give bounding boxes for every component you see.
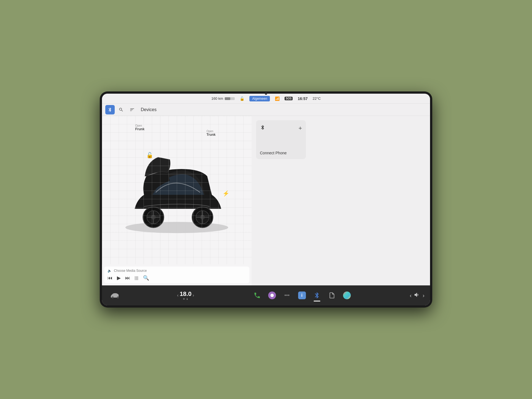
taskbar: ‹ 18.0 ❄ 🌡 › [102,285,430,305]
bluetooth-icon [260,124,265,132]
queue-button[interactable]: ||| [135,276,139,280]
camera-button[interactable] [265,289,279,302]
car-view: Open Frunk Open Trunk 🔓 ⚡ [102,116,252,264]
status-bar: 160 km 🔓 Algemeen 📶 SOS 16:57 22°C [102,94,430,104]
connect-phone-label: Connect Phone [260,151,287,155]
bluetooth-taskbar-button[interactable] [310,289,324,302]
info-button[interactable]: i [295,289,309,302]
charge-indicator: ⚡ [222,190,229,197]
temp-increase-button[interactable]: › [193,293,194,298]
volume-right-arrow[interactable]: › [423,292,424,299]
taskbar-center: ••• i [250,289,354,302]
search-media-button[interactable]: 🔍 [143,275,149,281]
wifi-icon: 📶 [275,96,280,101]
devices-label: Devices [141,107,157,112]
camera-dot [265,93,267,95]
battery-fill [225,97,230,100]
range-text: 160 km [211,96,223,101]
search-button[interactable] [116,105,126,114]
main-content: Open Frunk Open Trunk 🔓 ⚡ [102,116,430,285]
media-player: 🔈 Choose Media Source ⏮ ▶ ⏭ ||| 🔍 [104,267,249,283]
next-button[interactable]: ⏭ [125,275,130,281]
lock-state-indicator: 🔓 [146,152,153,158]
prev-button[interactable]: ⏮ [108,275,112,281]
battery-bar [225,97,235,100]
main-screen: 160 km 🔓 Algemeen 📶 SOS 16:57 22°C [102,94,430,305]
more-apps-button[interactable]: ••• [280,289,294,302]
connect-phone-card[interactable]: + Connect Phone [256,120,306,159]
bluetooth-toolbar: Devices [102,104,430,116]
temperature-control: ‹ 18.0 ❄ 🌡 › [177,290,194,300]
car-panel: Open Frunk Open Trunk 🔓 ⚡ [102,116,252,285]
time-display: 16:57 [298,96,308,101]
range-display: 160 km [211,96,235,101]
ambient-temp: 22°C [313,96,321,101]
svg-point-13 [112,296,114,298]
taskbar-right: ‹ › [410,291,424,300]
media-source-label[interactable]: Choose Media Source [114,269,147,273]
car-button[interactable] [108,289,121,302]
trunk-label: Open Trunk [206,130,216,137]
sos-badge: SOS [285,97,293,100]
temp-mode-icons: ❄ 🌡 [180,298,191,300]
card-top-row: + [260,124,302,132]
volume-button[interactable] [414,291,420,300]
notes-button[interactable] [325,289,339,302]
temp-value: 18.0 [180,290,191,297]
volume-left-arrow[interactable]: ‹ [410,292,412,299]
media-source-row: 🔈 Choose Media Source [108,269,246,273]
temp-decrease-button[interactable]: ‹ [177,293,178,298]
filter-button[interactable] [127,105,137,114]
lock-icon: 🔓 [240,96,244,101]
devices-panel: + Connect Phone [252,116,430,285]
apps-button[interactable] [340,289,354,302]
play-button[interactable]: ▶ [117,275,121,281]
screen-bezel: 160 km 🔓 Algemeen 📶 SOS 16:57 22°C [100,91,432,308]
speaker-icon: 🔈 [108,269,112,273]
bluetooth-toggle-button[interactable] [105,105,115,114]
add-device-icon: + [298,125,302,132]
media-controls: ⏮ ▶ ⏭ ||| 🔍 [108,275,246,281]
profile-button[interactable]: Algemeen [249,96,270,101]
phone-button[interactable] [250,289,264,302]
frunk-label: Open Frunk [135,124,144,131]
taskbar-left [108,289,121,302]
